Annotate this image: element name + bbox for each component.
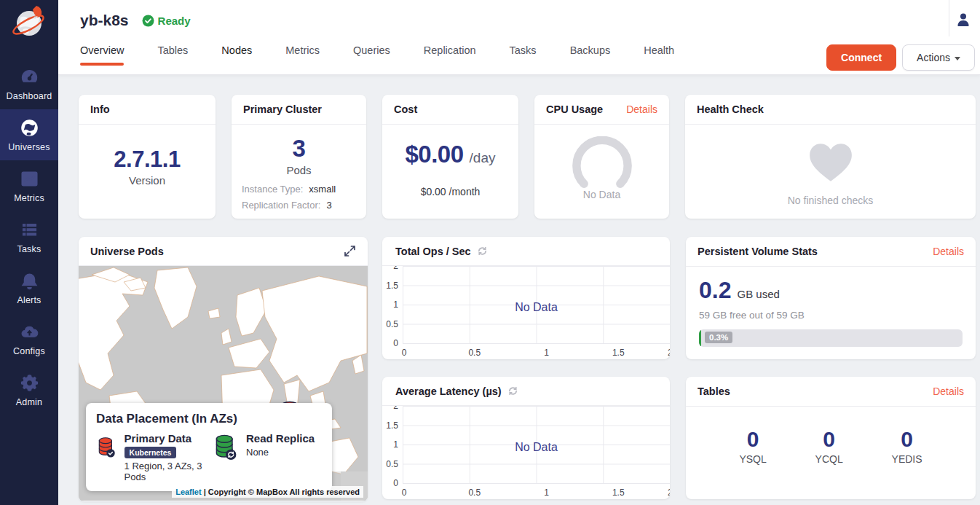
cost-per-day-value: $0.00 (405, 141, 463, 168)
card-title: Info (90, 103, 110, 115)
universe-name: yb-k8s (80, 12, 129, 29)
universe-pods-card: Universe Pods (79, 237, 368, 501)
card-title: Tables (698, 385, 730, 397)
mapbox-copyright: | Copyright © MapBox All rights reserved (204, 488, 360, 496)
ysql-count: 0 (747, 427, 759, 452)
x-tick: 0 (402, 488, 407, 498)
ycql-label: YCQL (815, 453, 843, 465)
pods-count: 3 (293, 135, 306, 163)
sidebar-item-admin[interactable]: Admin (0, 364, 58, 415)
world-map[interactable]: Data Placement (In AZs) (79, 266, 368, 501)
primary-data-desc: 1 Region, 3 AZs, 3 Pods (125, 461, 205, 482)
connect-button[interactable]: Connect (826, 44, 896, 71)
tab-backups[interactable]: Backups (570, 39, 611, 66)
tab-tables[interactable]: Tables (157, 39, 188, 66)
yedis-label: YEDIS (892, 453, 922, 465)
legend-title: Data Placement (In AZs) (96, 412, 322, 426)
tab-overview[interactable]: Overview (80, 39, 124, 66)
configs-cloud-icon (20, 322, 39, 342)
status-badge: Ready (142, 15, 191, 27)
overview-content: Info 2.7.1.1 Version Primary Cluster 3 P… (58, 75, 980, 501)
gauge-arc-icon (569, 136, 636, 189)
user-profile-icon[interactable] (955, 12, 971, 31)
tab-replication[interactable]: Replication (424, 39, 476, 66)
pv-used-value: 0.2 (699, 277, 731, 304)
instance-type-row: Instance Type: xsmall (242, 184, 356, 195)
pv-details-link[interactable]: Details (933, 246, 964, 257)
map-attribution: Leaflet | Copyright © MapBox All rights … (172, 486, 363, 498)
sidebar-item-label: Configs (13, 346, 45, 356)
sidebar-item-metrics[interactable]: Metrics (0, 160, 58, 211)
actions-label: Actions (917, 52, 950, 63)
sidebar-item-label: Tasks (17, 244, 42, 254)
version-value: 2.7.1.1 (114, 146, 180, 173)
pv-usage-fill (699, 329, 701, 347)
persistent-volume-card: Persistent Volume Stats Details 0.2 GB u… (686, 237, 976, 359)
x-tick: 1.5 (612, 488, 625, 498)
actions-dropdown-button[interactable]: Actions (902, 44, 975, 71)
card-title: Health Check (697, 103, 764, 115)
card-title: CPU Usage (546, 103, 603, 115)
x-tick: 1 (544, 348, 549, 358)
y-tick: 1 (382, 300, 398, 310)
sidebar-item-configs[interactable]: Configs (0, 313, 58, 364)
expand-icon[interactable] (344, 245, 356, 257)
x-tick: 2 (668, 488, 670, 498)
x-tick: 0.5 (468, 348, 481, 358)
pv-used-label: GB used (737, 288, 779, 300)
yedis-stat: 0 YEDIS (892, 427, 922, 465)
replication-factor-row: Replication Factor: 3 (242, 200, 356, 211)
header-divider (949, 0, 949, 36)
sidebar-item-label: Metrics (14, 193, 44, 203)
tab-nodes[interactable]: Nodes (221, 39, 252, 66)
cpu-details-link[interactable]: Details (626, 103, 657, 115)
chart-plot-area: 2 1.5 1 0.5 0 0 0.5 1 1.5 2 No Data (382, 406, 670, 498)
sidebar-item-label: Dashboard (7, 91, 52, 101)
ysql-label: YSQL (739, 453, 766, 465)
read-replica-name: Read Replica (246, 432, 315, 445)
yedis-count: 0 (901, 427, 913, 452)
version-label: Version (129, 174, 165, 187)
cost-card: Cost $0.00 /day $0.00 /month (382, 95, 518, 219)
info-card: Info 2.7.1.1 Version (79, 95, 216, 219)
no-data-label: No Data (403, 441, 670, 454)
sidebar-item-universes[interactable]: Universes (0, 109, 58, 160)
ysql-stat: 0 YSQL (739, 427, 766, 465)
primary-data-name: Primary Data (125, 432, 205, 445)
refresh-icon[interactable] (507, 385, 518, 396)
total-ops-chart-card: Total Ops / Sec 2 1.5 1 0.5 0 0 (382, 237, 670, 359)
tables-details-link[interactable]: Details (933, 385, 964, 397)
x-tick: 2 (668, 348, 670, 358)
metrics-chart-icon (20, 169, 39, 189)
tab-health[interactable]: Health (644, 39, 674, 66)
heart-icon (807, 141, 855, 184)
tab-tasks[interactable]: Tasks (510, 39, 537, 66)
sidebar-item-tasks[interactable]: Tasks (0, 211, 58, 262)
no-data-label: No Data (403, 301, 670, 314)
card-title: Persistent Volume Stats (698, 246, 818, 257)
leaflet-link[interactable]: Leaflet (175, 488, 201, 496)
tab-metrics[interactable]: Metrics (285, 39, 320, 66)
universe-header: yb-k8s Ready Overview Tables Nodes Metri… (58, 0, 980, 75)
ycql-count: 0 (823, 427, 835, 452)
chart-title: Total Ops / Sec (395, 246, 471, 257)
yugabyte-logo[interactable] (0, 0, 58, 58)
sidebar-item-dashboard[interactable]: Dashboard (0, 58, 58, 109)
x-tick: 1.5 (612, 348, 625, 358)
pv-free-text: 59 GB free out of 59 GB (699, 310, 963, 321)
alerts-bell-icon (20, 271, 39, 291)
y-tick: 0.5 (382, 319, 398, 329)
kv-value: 3 (326, 200, 331, 211)
y-tick: 1.5 (382, 420, 398, 431)
sidebar-item-alerts[interactable]: Alerts (0, 262, 58, 313)
sidebar: Dashboard Universes Metrics Tasks Alerts… (0, 0, 58, 505)
tables-card: Tables Details 0 YSQL 0 YCQL 0 (686, 377, 976, 499)
chart-title: Average Latency (µs) (395, 385, 502, 397)
y-tick: 0 (382, 338, 398, 348)
tab-queries[interactable]: Queries (353, 39, 390, 66)
ycql-stat: 0 YCQL (815, 427, 843, 465)
x-tick: 0 (402, 348, 407, 358)
dashboard-gauge-icon (20, 67, 39, 87)
refresh-icon[interactable] (477, 246, 488, 257)
kv-label: Replication Factor: (242, 200, 320, 211)
